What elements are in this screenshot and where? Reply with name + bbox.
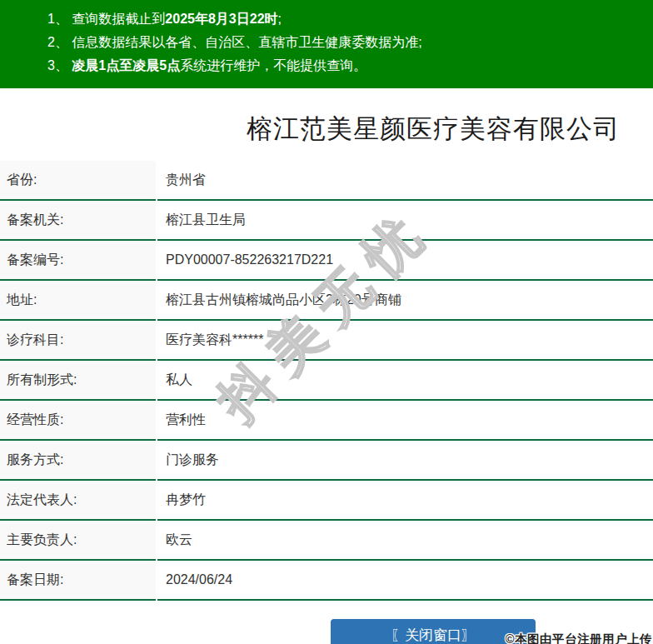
notice-line-2: 2、 信息数据结果以各省、自治区、直辖市卫生健康委数据为准; xyxy=(47,31,645,54)
row-value: 冉梦竹 xyxy=(157,481,653,521)
row-label: 诊疗科目: xyxy=(0,321,156,361)
row-value: PDY00007-852263217D221 xyxy=(157,241,653,281)
row-value: 营利性 xyxy=(157,401,653,441)
row-label: 备案编号: xyxy=(0,241,156,281)
row-value: 贵州省 xyxy=(157,161,653,201)
table-row-filing-authority: 备案机关: 榕江县卫生局 xyxy=(0,201,653,241)
notice-line-1-bold: 2025年8月3日22时 xyxy=(165,12,277,26)
table-row-filing-date: 备案日期: 2024/06/24 xyxy=(0,561,653,601)
row-value: 榕江县卫生局 xyxy=(157,201,653,241)
row-label: 备案日期: xyxy=(0,561,156,601)
table-row-address: 地址: 榕江县古州镇榕城尚品小区3栋20号商铺 xyxy=(0,281,653,321)
table-row-service-mode: 服务方式: 门诊服务 xyxy=(0,441,653,481)
row-value: 2024/06/24 xyxy=(157,561,653,601)
row-label: 备案机关: xyxy=(0,201,156,241)
table-row-legal-representative: 法定代表人: 冉梦竹 xyxy=(0,481,653,521)
row-label: 所有制形式: xyxy=(0,361,156,401)
row-value: 医疗美容科****** xyxy=(157,321,653,361)
row-label: 主要负责人: xyxy=(0,521,156,561)
row-value: 门诊服务 xyxy=(157,441,653,481)
table-row-principal-person: 主要负责人: 欧云 xyxy=(0,521,653,561)
notice-line-1-tail: ; xyxy=(278,12,282,26)
notice-line-2-text: 2、 信息数据结果以各省、自治区、直辖市卫生健康委数据为准; xyxy=(47,35,422,49)
notice-line-1: 1、 查询数据截止到2025年8月3日22时; xyxy=(47,7,645,31)
table-row-treatment-subjects: 诊疗科目: 医疗美容科****** xyxy=(0,321,653,361)
notice-banner: 1、 查询数据截止到2025年8月3日22时; 2、 信息数据结果以各省、自治区… xyxy=(0,0,653,88)
notice-line-3-text: 3、 xyxy=(47,58,72,72)
row-label: 经营性质: xyxy=(0,401,156,441)
row-label: 地址: xyxy=(0,281,156,321)
row-value: 欧云 xyxy=(157,521,653,561)
row-label: 服务方式: xyxy=(0,441,156,481)
row-label: 省份: xyxy=(0,161,156,201)
table-row-filing-number: 备案编号: PDY00007-852263217D221 xyxy=(0,241,653,281)
page-title: 榕江范美星颜医疗美容有限公司 xyxy=(0,111,653,147)
notice-line-3-tail: 系统进行维护，不能提供查询。 xyxy=(180,58,366,72)
registration-info-table: 省份: 贵州省 备案机关: 榕江县卫生局 备案编号: PDY00007-8522… xyxy=(0,161,653,601)
notice-line-3: 3、 凌晨1点至凌晨5点系统进行维护，不能提供查询。 xyxy=(47,54,645,77)
row-label: 法定代表人: xyxy=(0,481,156,521)
record-document: 榕江范美星颜医疗美容有限公司 省份: 贵州省 备案机关: 榕江县卫生局 备案编号… xyxy=(0,111,653,644)
table-row-province: 省份: 贵州省 xyxy=(0,161,653,201)
row-value: 私人 xyxy=(157,361,653,401)
notice-line-1-text: 1、 查询数据截止到 xyxy=(47,12,165,26)
upload-credit-watermark: ©本图由平台注册用户上传 xyxy=(506,632,652,644)
row-value: 榕江县古州镇榕城尚品小区3栋20号商铺 xyxy=(157,281,653,321)
table-row-business-nature: 经营性质: 营利性 xyxy=(0,401,653,441)
table-row-ownership-type: 所有制形式: 私人 xyxy=(0,361,653,401)
notice-line-3-bold: 凌晨1点至凌晨5点 xyxy=(72,58,180,72)
